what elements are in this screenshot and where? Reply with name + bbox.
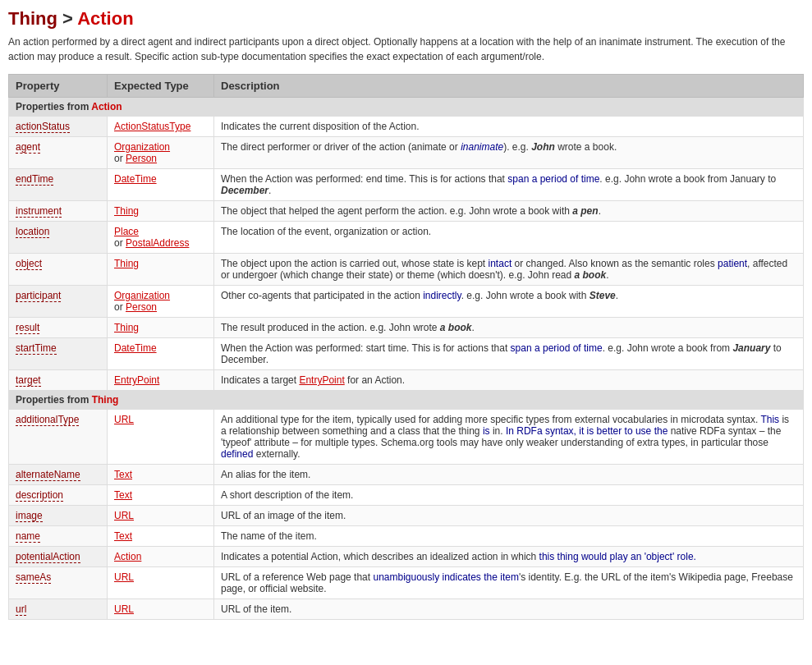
type-cell: URL: [108, 567, 214, 599]
property-link[interactable]: location: [16, 226, 49, 238]
type-cell: Action: [108, 547, 214, 567]
table-row: additionalTypeURLAn additional type for …: [9, 410, 804, 465]
type-link-2[interactable]: Person: [126, 301, 157, 313]
table-row: descriptionTextA short description of th…: [9, 485, 804, 506]
table-row: locationPlaceor PostalAddressThe locatio…: [9, 222, 804, 254]
property-cell: endTime: [9, 169, 108, 201]
type-cell: DateTime: [108, 169, 214, 201]
type-link[interactable]: EntryPoint: [114, 374, 159, 386]
table-row: agentOrganizationor PersonThe direct per…: [9, 137, 804, 169]
table-row: instrumentThingThe object that helped th…: [9, 201, 804, 222]
table-row: targetEntryPointIndicates a target Entry…: [9, 370, 804, 391]
table-row: resultThingThe result produced in the ac…: [9, 318, 804, 338]
property-cell: additionalType: [9, 410, 108, 465]
page-description: An action performed by a direct agent an…: [8, 34, 804, 64]
page-title: Thing > Action: [8, 8, 804, 30]
type-link[interactable]: DateTime: [114, 342, 157, 354]
section-label: Properties from: [16, 394, 92, 406]
property-cell: agent: [9, 137, 108, 169]
property-link[interactable]: participant: [16, 290, 61, 302]
property-link[interactable]: result: [16, 322, 39, 334]
property-link[interactable]: url: [16, 603, 26, 616]
description-cell: When the Action was performed: end time.…: [214, 169, 804, 201]
type-link[interactable]: URL: [114, 603, 134, 615]
type-cell: Text: [108, 465, 214, 485]
property-link[interactable]: potentialAction: [16, 551, 80, 563]
type-cell: Thing: [108, 254, 214, 286]
property-link[interactable]: sameAs: [16, 571, 51, 584]
type-link[interactable]: Thing: [114, 258, 139, 269]
property-link[interactable]: startTime: [16, 342, 57, 355]
type-cell: Thing: [108, 201, 214, 222]
thing-breadcrumb-link[interactable]: Thing: [8, 8, 57, 29]
type-cell: DateTime: [108, 338, 214, 370]
section-header-row: Properties from Thing: [9, 391, 804, 410]
property-cell: name: [9, 526, 108, 547]
type-link[interactable]: URL: [114, 510, 134, 521]
property-link[interactable]: additionalType: [16, 414, 79, 426]
property-cell: target: [9, 370, 108, 391]
description-cell: Other co-agents that participated in the…: [214, 286, 804, 318]
property-cell: potentialAction: [9, 547, 108, 567]
type-link[interactable]: Place: [114, 226, 139, 237]
property-cell: description: [9, 485, 108, 506]
description-cell: An alias for the item.: [214, 465, 804, 485]
type-link[interactable]: URL: [114, 414, 134, 425]
description-cell: The object that helped the agent perform…: [214, 201, 804, 222]
type-cell: URL: [108, 410, 214, 465]
type-cell: Organizationor Person: [108, 137, 214, 169]
property-link[interactable]: instrument: [16, 205, 62, 218]
type-link[interactable]: Organization: [114, 141, 170, 153]
type-link[interactable]: Thing: [114, 205, 139, 217]
type-link[interactable]: Action: [114, 551, 141, 562]
action-title-link[interactable]: Action: [77, 8, 133, 29]
property-link[interactable]: alternateName: [16, 469, 80, 481]
section-label: Properties from: [16, 101, 91, 112]
description-cell: The direct performer or driver of the ac…: [214, 137, 804, 169]
property-cell: object: [9, 254, 108, 286]
type-cell: Text: [108, 526, 214, 547]
property-column-header: Property: [9, 75, 108, 98]
property-link[interactable]: name: [16, 530, 40, 543]
property-cell: alternateName: [9, 465, 108, 485]
type-link[interactable]: Organization: [114, 290, 170, 301]
type-link[interactable]: DateTime: [114, 173, 157, 185]
type-cell: Text: [108, 485, 214, 506]
property-link[interactable]: image: [16, 510, 43, 522]
property-cell: result: [9, 318, 108, 338]
type-link[interactable]: URL: [114, 571, 134, 583]
type-cell: URL: [108, 506, 214, 526]
type-link-2[interactable]: PostalAddress: [126, 237, 189, 249]
type-cell: Thing: [108, 318, 214, 338]
type-link[interactable]: Text: [114, 469, 132, 480]
description-cell: An additional type for the item, typical…: [214, 410, 804, 465]
type-cell: URL: [108, 599, 214, 620]
description-cell: When the Action was performed: start tim…: [214, 338, 804, 370]
type-link[interactable]: ActionStatusType: [114, 121, 190, 132]
type-link[interactable]: Thing: [114, 322, 139, 333]
property-cell: sameAs: [9, 567, 108, 599]
property-link[interactable]: agent: [16, 141, 40, 154]
property-link[interactable]: description: [16, 489, 63, 502]
description-cell: URL of the item.: [214, 599, 804, 620]
property-cell: actionStatus: [9, 117, 108, 137]
description-cell: A short description of the item.: [214, 485, 804, 506]
table-row: endTimeDateTimeWhen the Action was perfo…: [9, 169, 804, 201]
section-link[interactable]: Thing: [92, 394, 119, 406]
property-link[interactable]: target: [16, 374, 41, 387]
expected-type-column-header: Expected Type: [108, 75, 214, 98]
description-cell: Indicates the current disposition of the…: [214, 117, 804, 137]
property-link[interactable]: endTime: [16, 173, 53, 186]
description-cell: URL of an image of the item.: [214, 506, 804, 526]
description-cell: Indicates a target EntryPoint for an Act…: [214, 370, 804, 391]
type-link[interactable]: Text: [114, 489, 132, 501]
type-link[interactable]: Text: [114, 530, 132, 542]
property-link[interactable]: object: [16, 258, 42, 270]
type-cell: ActionStatusType: [108, 117, 214, 137]
table-row: objectThingThe object upon the action is…: [9, 254, 804, 286]
type-link-2[interactable]: Person: [126, 153, 157, 164]
property-cell: startTime: [9, 338, 108, 370]
property-link[interactable]: actionStatus: [16, 121, 70, 133]
section-link[interactable]: Action: [91, 101, 122, 112]
table-row: actionStatusActionStatusTypeIndicates th…: [9, 117, 804, 137]
